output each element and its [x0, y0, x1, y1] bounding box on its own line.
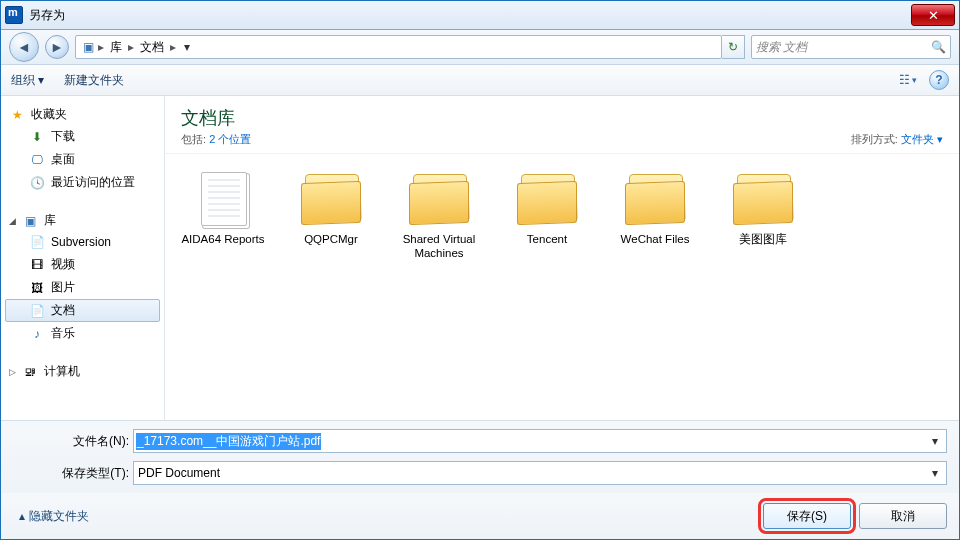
forward-button[interactable]: ►: [45, 35, 69, 59]
new-folder-label: 新建文件夹: [64, 72, 124, 89]
star-icon: ★: [9, 107, 25, 123]
arrow-left-icon: ◄: [17, 39, 31, 55]
filetype-value: PDF Document: [136, 466, 220, 480]
search-placeholder: 搜索 文档: [756, 39, 807, 56]
nav-item-videos[interactable]: 🎞视频: [5, 253, 160, 276]
cancel-button[interactable]: 取消: [859, 503, 947, 529]
arrange-prefix: 排列方式:: [851, 133, 898, 145]
navigation-pane: ★ 收藏夹 ⬇下载 🖵桌面 🕓最近访问的位置 ◢ ▣ 库 📄Subversion…: [1, 96, 165, 420]
nav-item-desktop[interactable]: 🖵桌面: [5, 148, 160, 171]
nav-item-downloads[interactable]: ⬇下载: [5, 125, 160, 148]
nav-item-label: 下载: [51, 128, 75, 145]
help-button[interactable]: ?: [929, 70, 949, 90]
computer-header[interactable]: ▷ 🖳 计算机: [5, 361, 160, 382]
nav-item-label: 音乐: [51, 325, 75, 342]
nav-item-music[interactable]: ♪音乐: [5, 322, 160, 345]
close-icon: ✕: [928, 8, 939, 23]
hide-folders-toggle[interactable]: ▴ 隐藏文件夹: [19, 508, 89, 525]
item-label: QQPCMgr: [277, 232, 385, 246]
nav-item-documents[interactable]: 📄文档: [5, 299, 160, 322]
nav-item-subversion[interactable]: 📄Subversion: [5, 231, 160, 253]
arrange-value: 文件夹: [901, 133, 934, 145]
footer: ▴ 隐藏文件夹 保存(S) 取消: [1, 493, 959, 539]
folder-icon: [515, 170, 579, 226]
arrange-by: 排列方式: 文件夹 ▾: [851, 132, 943, 147]
item-label: Tencent: [493, 232, 601, 246]
nav-item-label: 最近访问的位置: [51, 174, 135, 191]
library-title: 文档库: [181, 106, 251, 130]
chevron-down-icon: ▾: [38, 73, 44, 87]
filetype-select[interactable]: PDF Document ▾: [133, 461, 947, 485]
breadcrumb-documents[interactable]: 文档: [136, 39, 168, 56]
chevron-right-icon: ▸: [170, 40, 176, 54]
libraries-header[interactable]: ◢ ▣ 库: [5, 210, 160, 231]
chevron-right-icon: ▸: [128, 40, 134, 54]
address-dropdown-icon[interactable]: ▾: [178, 40, 196, 54]
chevron-right-icon: ▸: [98, 40, 104, 54]
folder-icon: [299, 170, 363, 226]
items-view[interactable]: AIDA64 Reports QQPCMgr Shared Virtual Ma…: [165, 154, 959, 420]
library-icon: ▣: [22, 213, 38, 229]
folder-item[interactable]: QQPCMgr: [277, 170, 385, 261]
toolbar: 组织 ▾ 新建文件夹 ☷▾ ?: [1, 65, 959, 96]
back-button[interactable]: ◄: [9, 32, 39, 62]
filename-value: _17173.com__中国游戏门户站.pdf: [136, 433, 321, 450]
folder-icon: [407, 170, 471, 226]
save-button[interactable]: 保存(S): [763, 503, 851, 529]
computer-label: 计算机: [44, 363, 80, 380]
close-button[interactable]: ✕: [911, 4, 955, 26]
expand-icon: ◢: [9, 216, 16, 226]
filename-label: 文件名(N):: [19, 433, 133, 450]
refresh-button[interactable]: ↻: [722, 35, 745, 59]
favorites-label: 收藏夹: [31, 106, 67, 123]
help-icon: ?: [935, 73, 942, 87]
item-label: AIDA64 Reports: [169, 232, 277, 246]
filetype-dropdown-icon[interactable]: ▾: [926, 466, 944, 480]
folder-icon: [731, 170, 795, 226]
folder-item[interactable]: AIDA64 Reports: [169, 170, 277, 261]
titlebar: 另存为 ✕: [1, 1, 959, 30]
form-area: 文件名(N): _17173.com__中国游戏门户站.pdf ▾ 保存类型(T…: [1, 420, 959, 493]
folder-item[interactable]: Shared Virtual Machines: [385, 170, 493, 261]
folder-icon: [623, 170, 687, 226]
app-icon: [5, 6, 23, 24]
nav-item-label: Subversion: [51, 235, 111, 249]
window-title: 另存为: [29, 7, 65, 24]
address-bar[interactable]: ▣ ▸ 库 ▸ 文档 ▸ ▾: [75, 35, 722, 59]
save-label: 保存(S): [787, 508, 827, 525]
nav-item-recent[interactable]: 🕓最近访问的位置: [5, 171, 160, 194]
doc-stack-icon: [201, 172, 247, 226]
includes-link[interactable]: 2 个位置: [209, 133, 251, 145]
nav-item-pictures[interactable]: 🖼图片: [5, 276, 160, 299]
favorites-header[interactable]: ★ 收藏夹: [5, 104, 160, 125]
folder-item[interactable]: 美图图库: [709, 170, 817, 261]
library-subtitle: 包括: 2 个位置: [181, 132, 251, 147]
item-label: Shared Virtual Machines: [385, 232, 493, 261]
organize-menu[interactable]: 组织 ▾: [11, 72, 44, 89]
video-icon: 🎞: [29, 257, 45, 273]
computer-icon: 🖳: [22, 364, 38, 380]
library-header: 文档库 包括: 2 个位置 排列方式: 文件夹 ▾: [165, 96, 959, 154]
filename-input[interactable]: _17173.com__中国游戏门户站.pdf ▾: [133, 429, 947, 453]
folder-item[interactable]: WeChat Files: [601, 170, 709, 261]
new-folder-button[interactable]: 新建文件夹: [64, 72, 124, 89]
arrange-dropdown[interactable]: 文件夹 ▾: [901, 133, 943, 145]
item-label: WeChat Files: [601, 232, 709, 246]
hide-folders-label: 隐藏文件夹: [29, 508, 89, 525]
includes-prefix: 包括:: [181, 133, 206, 145]
view-mode-button[interactable]: ☷▾: [897, 69, 919, 91]
save-as-dialog: 另存为 ✕ ◄ ► ▣ ▸ 库 ▸ 文档 ▸ ▾ ↻ 搜索 文档 🔍: [0, 0, 960, 540]
breadcrumb-libraries[interactable]: 库: [106, 39, 126, 56]
nav-row: ◄ ► ▣ ▸ 库 ▸ 文档 ▸ ▾ ↻ 搜索 文档 🔍: [1, 30, 959, 65]
doc-icon: 📄: [29, 234, 45, 250]
folder-item[interactable]: Tencent: [493, 170, 601, 261]
chevron-down-icon: ▾: [912, 75, 917, 85]
content-area: 文档库 包括: 2 个位置 排列方式: 文件夹 ▾ AIDA64 Reports: [165, 96, 959, 420]
pictures-icon: 🖼: [29, 280, 45, 296]
libraries-label: 库: [44, 212, 56, 229]
filename-dropdown-icon[interactable]: ▾: [926, 434, 944, 448]
recent-icon: 🕓: [29, 175, 45, 191]
refresh-icon: ↻: [728, 40, 738, 54]
search-input[interactable]: 搜索 文档 🔍: [751, 35, 951, 59]
music-icon: ♪: [29, 326, 45, 342]
